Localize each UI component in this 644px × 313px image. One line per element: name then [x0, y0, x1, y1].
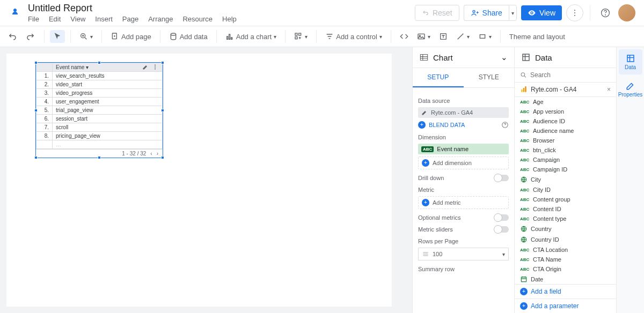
close-icon[interactable]: ×: [607, 86, 611, 93]
add-control-button[interactable]: Add a control▾: [322, 30, 385, 43]
analytics-icon: [520, 86, 528, 93]
embed-button[interactable]: [397, 30, 412, 43]
view-button[interactable]: View: [521, 5, 562, 20]
sort-icon[interactable]: ▾: [86, 64, 89, 70]
field-item[interactable]: Country: [515, 223, 616, 234]
field-item[interactable]: ABCApp version: [515, 107, 616, 116]
field-item[interactable]: ABCAudience name: [515, 126, 616, 136]
menu-view[interactable]: View: [70, 15, 85, 23]
menu-page[interactable]: Page: [122, 15, 138, 23]
field-search[interactable]: [515, 68, 616, 83]
field-item[interactable]: ABCContent ID: [515, 204, 616, 214]
add-parameter-link[interactable]: + Add a parameter: [515, 299, 616, 313]
field-item[interactable]: ABCCampaign ID: [515, 165, 616, 174]
plus-icon: +: [422, 199, 429, 206]
dimension-chip[interactable]: ABC Event name: [418, 144, 509, 154]
pencil-icon[interactable]: [142, 64, 149, 70]
canvas-area[interactable]: Event name ▾ 1.view_search_results 2.vid…: [0, 47, 412, 313]
looker-studio-logo[interactable]: [9, 6, 21, 19]
shape-button[interactable]: ▾: [475, 30, 495, 43]
plus-icon: +: [418, 121, 426, 129]
field-item[interactable]: ABCCTA Name: [515, 255, 616, 264]
add-page-button[interactable]: Add page: [107, 30, 155, 43]
table-chart[interactable]: Event name ▾ 1.view_search_results 2.vid…: [35, 62, 163, 158]
field-item[interactable]: ABCCTA Origin: [515, 264, 616, 274]
svg-rect-34: [521, 277, 526, 282]
image-icon: [417, 32, 426, 41]
field-item[interactable]: Country ID: [515, 234, 616, 245]
menu-file[interactable]: File: [28, 15, 39, 23]
add-data-button[interactable]: Add data: [166, 30, 211, 43]
report-page[interactable]: Event name ▾ 1.view_search_results 2.vid…: [6, 54, 392, 307]
person-add-icon: [471, 9, 479, 17]
redo-button[interactable]: [23, 29, 39, 43]
field-item[interactable]: ABCAge: [515, 97, 616, 107]
blend-data-link[interactable]: BLEND DATA: [429, 122, 465, 128]
theme-layout-button[interactable]: Theme and layout: [506, 31, 568, 43]
more-options-button[interactable]: [566, 4, 583, 21]
add-chart-button[interactable]: Add a chart▾: [222, 30, 280, 43]
menu-arrange[interactable]: Arrange: [148, 15, 173, 23]
prev-page-icon[interactable]: ‹: [150, 151, 152, 156]
menu-insert[interactable]: Insert: [95, 15, 113, 23]
style-tab[interactable]: STYLE: [464, 68, 515, 87]
add-dimension-button[interactable]: + Add dimension: [418, 156, 509, 169]
data-tab[interactable]: Data: [619, 49, 642, 74]
next-page-icon[interactable]: ›: [157, 151, 158, 156]
metric-sliders-label: Metric sliders: [418, 226, 453, 233]
menu-resource[interactable]: Resource: [182, 15, 213, 23]
undo-button[interactable]: [4, 29, 20, 43]
line-button[interactable]: ▾: [453, 30, 473, 43]
menu-help[interactable]: Help: [222, 15, 237, 23]
document-title[interactable]: Untitled Report: [28, 3, 415, 14]
chart-type-dropdown[interactable]: ⌄: [501, 53, 508, 62]
field-item[interactable]: Date: [515, 274, 616, 284]
share-button[interactable]: Share: [464, 5, 509, 21]
add-field-link[interactable]: + Add a field: [515, 284, 616, 299]
zoom-tool[interactable]: ▾: [76, 30, 96, 43]
properties-tab[interactable]: Properties: [619, 77, 642, 102]
reset-button[interactable]: Reset: [415, 5, 459, 21]
field-item[interactable]: ABCContent group: [515, 195, 616, 204]
dataset-icon: [521, 53, 531, 62]
image-button[interactable]: ▾: [414, 30, 434, 43]
data-icon: [626, 54, 635, 63]
data-source-header[interactable]: Ryte.com - GA4 ×: [515, 83, 616, 97]
optional-metrics-label: Optional metrics: [418, 214, 460, 221]
data-panel: Data Ryte.com - GA4 × ABCAgeABCApp versi…: [514, 47, 616, 313]
svg-rect-30: [525, 86, 526, 92]
account-avatar[interactable]: [618, 4, 635, 21]
field-item[interactable]: ABCCity ID: [515, 185, 616, 195]
search-input[interactable]: [530, 71, 611, 79]
data-source-label: Data source: [418, 98, 509, 104]
chart-icon: [225, 32, 234, 41]
share-dropdown-button[interactable]: ▾: [509, 5, 517, 21]
community-viz-button[interactable]: ▾: [291, 30, 311, 43]
svg-rect-15: [295, 37, 297, 39]
field-item[interactable]: ABCBrowser: [515, 136, 616, 145]
more-vert-icon[interactable]: [152, 64, 158, 70]
field-item[interactable]: ABCbtn_click: [515, 145, 616, 155]
svg-rect-29: [523, 88, 524, 92]
select-tool[interactable]: [50, 30, 65, 43]
field-item[interactable]: ABCCampaign: [515, 155, 616, 165]
field-item[interactable]: ABCContent type: [515, 214, 616, 223]
cursor-icon: [53, 32, 62, 41]
metric-sliders-toggle[interactable]: [495, 226, 509, 233]
help-icon[interactable]: [501, 121, 509, 129]
chart-properties-panel: Chart ⌄ SETUP STYLE Data source Ryte.com…: [412, 47, 514, 313]
rows-per-page-select[interactable]: 100 ▾: [418, 248, 509, 260]
menu-bar: File Edit View Insert Page Arrange Resou…: [28, 15, 415, 23]
field-item[interactable]: ABCAudience ID: [515, 116, 616, 126]
setup-tab[interactable]: SETUP: [413, 68, 464, 87]
drill-down-toggle[interactable]: [495, 175, 509, 181]
svg-rect-20: [480, 35, 485, 39]
optional-metrics-toggle[interactable]: [495, 214, 509, 221]
field-item[interactable]: ABCCTA Location: [515, 245, 616, 255]
add-metric-button[interactable]: + Add metric: [418, 196, 509, 209]
field-item[interactable]: City: [515, 174, 616, 185]
menu-edit[interactable]: Edit: [49, 15, 61, 23]
help-button[interactable]: [597, 4, 614, 21]
data-source-chip[interactable]: Ryte.com - GA4: [418, 107, 509, 118]
text-button[interactable]: [436, 30, 451, 43]
